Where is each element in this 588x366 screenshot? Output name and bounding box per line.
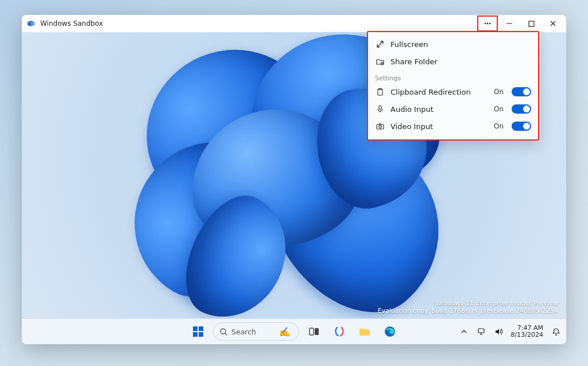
menu-item-label: Fullscreen (390, 40, 531, 49)
watermark: Windows 11 Enterprise Insider Preview Ev… (378, 299, 558, 314)
maximize-button[interactable] (520, 15, 542, 32)
tray-chevron[interactable] (457, 321, 471, 342)
chevron-up-icon (461, 328, 467, 335)
svg-point-15 (381, 63, 383, 65)
watermark-line: Windows 11 Enterprise Insider Preview (378, 299, 558, 307)
edge-button[interactable] (380, 321, 400, 342)
svg-rect-14 (478, 329, 484, 333)
copilot-button[interactable] (329, 321, 350, 342)
volume-icon (494, 327, 503, 336)
task-view-button[interactable] (304, 321, 324, 342)
search-icon (219, 328, 228, 336)
notifications-button[interactable] (549, 321, 563, 342)
task-view-icon (308, 326, 320, 337)
more-menu: Fullscreen Share Folder Settings Clipboa… (367, 31, 539, 141)
svg-rect-7 (199, 326, 203, 331)
close-icon (550, 20, 556, 27)
svg-point-2 (485, 23, 486, 24)
toggle-switch[interactable] (512, 104, 531, 114)
minimize-icon (506, 20, 513, 27)
toggle-switch[interactable] (512, 122, 531, 131)
svg-rect-5 (529, 21, 534, 26)
edge-icon (384, 325, 396, 338)
setting-clipboard-redirection[interactable]: Clipboard Redirection On (370, 83, 536, 100)
clock-date: 8/13/2024 (511, 332, 543, 338)
bell-icon (552, 328, 560, 336)
titlebar: Windows Sandbox (22, 15, 566, 32)
taskbar-clock[interactable]: 7:47 AM 8/13/2024 (509, 325, 546, 338)
search-highlight-icon: ✍️ (279, 326, 291, 337)
setting-label: Video Input (390, 122, 488, 131)
tray-volume[interactable] (492, 321, 505, 342)
svg-point-4 (489, 23, 490, 24)
more-button[interactable] (477, 15, 498, 32)
svg-point-10 (220, 329, 226, 334)
menu-section-header: Settings (370, 70, 536, 83)
tray-network[interactable] (474, 321, 488, 342)
svg-point-20 (378, 126, 381, 129)
ellipsis-icon (483, 20, 492, 28)
microphone-icon (375, 104, 385, 114)
toggle-switch[interactable] (512, 87, 531, 96)
minimize-button[interactable] (498, 15, 520, 32)
window-title: Windows Sandbox (40, 20, 103, 28)
camera-icon (375, 122, 385, 131)
network-icon (477, 327, 486, 336)
setting-state: On (494, 122, 504, 130)
folder-icon (358, 325, 371, 338)
menu-item-label: Share Folder (390, 57, 531, 66)
clipboard-icon (375, 87, 385, 97)
setting-state: On (494, 88, 504, 96)
setting-audio-input[interactable]: Audio Input On (370, 100, 536, 118)
taskbar-search[interactable]: Search ✍️ (213, 322, 299, 341)
copilot-icon (334, 326, 345, 337)
maximize-icon (528, 21, 535, 27)
menu-item-share-folder[interactable]: Share Folder (370, 53, 536, 70)
svg-rect-11 (310, 328, 314, 335)
watermark-line: Evaluation copy. Build 27686.rs_prerelea… (378, 307, 558, 314)
setting-label: Audio Input (390, 105, 488, 114)
svg-point-3 (487, 23, 488, 24)
svg-rect-8 (193, 332, 198, 337)
setting-video-input[interactable]: Video Input On (370, 118, 536, 135)
search-placeholder: Search (231, 328, 256, 336)
menu-item-fullscreen[interactable]: Fullscreen (370, 36, 536, 53)
svg-rect-18 (379, 106, 381, 110)
windows-logo-icon (192, 325, 204, 338)
taskbar: Search ✍️ (22, 318, 566, 344)
file-explorer-button[interactable] (354, 321, 375, 342)
share-folder-icon (375, 57, 385, 67)
close-button[interactable] (542, 15, 564, 32)
sandbox-window: Windows Sandbox (22, 15, 566, 344)
start-button[interactable] (188, 321, 208, 342)
fullscreen-icon (375, 40, 385, 49)
svg-rect-6 (193, 326, 198, 331)
system-tray: 7:47 AM 8/13/2024 (457, 321, 563, 342)
svg-rect-12 (315, 328, 319, 335)
setting-state: On (494, 105, 504, 113)
app-icon (26, 19, 36, 28)
svg-rect-9 (199, 332, 203, 337)
setting-label: Clipboard Redirection (390, 88, 488, 96)
